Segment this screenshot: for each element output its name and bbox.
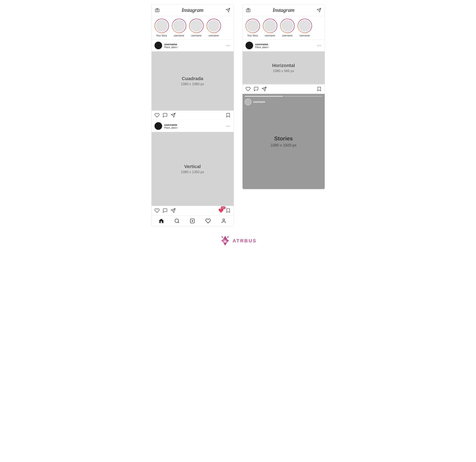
story-item-your[interactable]: Your Story — [154, 19, 169, 37]
story-label: username — [174, 34, 184, 37]
svg-marker-32 — [221, 236, 223, 238]
camera-icon[interactable] — [246, 8, 251, 12]
post-more-button[interactable]: ··· — [226, 124, 230, 128]
send-icon[interactable] — [226, 8, 230, 12]
post-location: Place, place › — [164, 46, 178, 49]
story-label: Your Story — [247, 34, 258, 37]
right-header: Instagram — [243, 4, 325, 16]
post-header: username Place, place › ··· — [243, 40, 325, 51]
story-label: Your Story — [156, 34, 167, 37]
story-item-2[interactable]: username — [280, 19, 295, 37]
stories-post-user: usermane — [245, 99, 265, 105]
svg-point-10 — [175, 219, 178, 223]
story-item-3[interactable]: username — [298, 19, 312, 37]
post-username: username — [164, 43, 178, 46]
story-item-1[interactable]: username — [263, 19, 277, 37]
post-actions: ♥ 1 — [152, 206, 234, 215]
left-phone: Instagram Your Story username username — [151, 4, 234, 226]
post-more-button[interactable]: ··· — [226, 44, 230, 47]
story-item-1[interactable]: username — [172, 19, 186, 37]
stories-progress-bars — [245, 96, 323, 97]
svg-marker-29 — [225, 242, 227, 246]
post-image-stories: usermane Stories 1080 x 1920 px — [243, 94, 325, 189]
svg-point-1 — [156, 9, 158, 11]
profile-nav-icon[interactable] — [221, 218, 227, 224]
comment-icon[interactable] — [162, 208, 168, 213]
add-nav-icon[interactable] — [190, 218, 195, 224]
image-label: Vertical — [184, 164, 201, 169]
story-label: username — [265, 34, 275, 37]
home-nav-icon[interactable] — [159, 218, 164, 224]
post-location: Place, place › — [164, 126, 178, 129]
svg-point-17 — [247, 9, 249, 11]
like-icon[interactable] — [246, 86, 251, 91]
stories-avatar — [245, 99, 251, 105]
post-username: username — [255, 43, 269, 46]
svg-marker-25 — [225, 236, 227, 240]
post-actions — [152, 111, 234, 120]
heart-nav-icon[interactable] — [205, 218, 211, 224]
post-square: username Place, place › ··· Cuadrada 108… — [152, 40, 234, 120]
image-sublabel: 1080 x 1350 px — [181, 170, 204, 174]
like-icon[interactable] — [154, 208, 160, 213]
svg-marker-33 — [227, 236, 229, 238]
comment-icon[interactable] — [254, 86, 259, 91]
svg-marker-9 — [227, 209, 230, 213]
post-more-button[interactable]: ··· — [317, 44, 322, 47]
camera-icon[interactable] — [155, 8, 160, 12]
story-label: username — [299, 34, 310, 37]
post-image-vertical: Vertical 1080 x 1350 px — [152, 132, 234, 206]
left-header: Instagram — [152, 4, 234, 16]
avatar — [246, 42, 253, 49]
send-icon[interactable] — [317, 8, 321, 12]
save-icon[interactable] — [317, 86, 322, 91]
left-stories-row: Your Story username username username — [152, 16, 234, 40]
story-item-3[interactable]: username — [207, 19, 221, 37]
stories-bar-inactive — [284, 96, 323, 97]
avatar — [154, 42, 162, 49]
story-item-your[interactable]: Your Story — [246, 19, 260, 37]
stories-image-label: Stories — [274, 135, 293, 142]
stories-username: usermane — [253, 100, 265, 103]
save-icon[interactable] — [226, 208, 231, 213]
comment-icon[interactable] — [162, 113, 168, 118]
svg-marker-22 — [318, 87, 321, 91]
post-location: Place, place › — [255, 46, 269, 49]
image-sublabel: 1080 x 1080 px — [181, 82, 204, 86]
post-header: username Place, place › ··· — [152, 120, 234, 132]
story-label: username — [191, 34, 202, 37]
post-horizontal: username Place, place › ··· Horizontal 1… — [243, 40, 325, 94]
post-actions — [243, 84, 325, 94]
story-label: username — [282, 34, 292, 37]
branding-text: ATRBUS — [233, 238, 257, 244]
bottom-nav — [152, 215, 234, 226]
story-item-2[interactable]: username — [189, 19, 204, 37]
stories-bar-active — [245, 96, 283, 97]
right-stories-row: Your Story username username username — [243, 16, 325, 40]
svg-marker-6 — [227, 113, 230, 117]
branding-logo: ATRBUS — [219, 235, 257, 247]
save-icon[interactable] — [226, 113, 231, 118]
post-username: username — [164, 123, 178, 126]
share-icon[interactable] — [262, 86, 267, 91]
image-sublabel: 1080 x 566 px — [273, 69, 294, 73]
svg-line-11 — [178, 222, 179, 223]
story-label: username — [208, 34, 219, 37]
search-nav-icon[interactable] — [174, 218, 180, 224]
notification-badge-container: ♥ 1 — [218, 208, 223, 213]
avatar — [154, 122, 162, 130]
post-stories: usermane Stories 1080 x 1920 px — [243, 94, 325, 189]
post-header: username Place, place › ··· — [152, 40, 234, 51]
stories-image-sublabel: 1080 x 1920 px — [271, 143, 297, 148]
app-logo: Instagram — [182, 7, 203, 13]
right-phone: Instagram Your Story username username — [242, 4, 325, 190]
app-logo: Instagram — [272, 7, 294, 13]
svg-marker-24 — [223, 236, 225, 240]
branding: ATRBUS — [219, 235, 257, 247]
share-icon[interactable] — [170, 113, 176, 118]
share-icon[interactable] — [170, 208, 176, 213]
atrbus-fox-logo — [219, 235, 231, 247]
post-image-square: Cuadrada 1080 x 1080 px — [152, 51, 234, 111]
post-image-horizontal: Horizontal 1080 x 566 px — [243, 51, 325, 84]
like-icon[interactable] — [154, 113, 160, 118]
